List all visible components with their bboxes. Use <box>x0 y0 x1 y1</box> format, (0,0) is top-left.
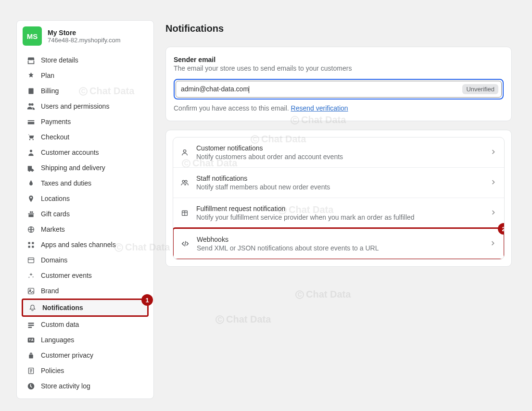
sender-email-card: Sender email The email your store uses t… <box>165 47 512 121</box>
row-title: Customer notifications <box>196 144 483 152</box>
sidebar-item-label: Markets <box>41 225 65 233</box>
sidebar-item-customer-privacy[interactable]: Customer privacy <box>22 348 149 363</box>
settings-nav: Store detailsPlanBillingUsers and permis… <box>17 50 153 394</box>
sidebar-item-label: Gift cards <box>41 210 70 218</box>
markets-icon <box>26 225 35 234</box>
chevron-right-icon <box>490 148 497 157</box>
sidebar-item-label: Taxes and duties <box>41 179 91 187</box>
sidebar-item-taxes-and-duties[interactable]: Taxes and duties <box>22 175 149 191</box>
package-icon <box>180 208 190 218</box>
chevron-right-icon <box>490 209 497 218</box>
sender-email-focus-ring: admin@chat-data.com Unverified <box>174 79 504 100</box>
sidebar-item-apps-and-sales-channels[interactable]: Apps and sales channels <box>22 237 149 252</box>
sender-email-label: Sender email <box>174 56 504 63</box>
svg-point-11 <box>182 180 185 183</box>
sidebar-item-label: Languages <box>41 336 74 344</box>
svg-rect-5 <box>28 258 34 262</box>
store-name: My Store <box>48 29 121 37</box>
row-title: Webhooks <box>197 236 482 243</box>
sidebar-item-label: Billing <box>41 87 59 95</box>
sidebar-item-notifications[interactable]: Notifications1 <box>22 299 149 317</box>
sidebar-item-label: Users and permissions <box>41 102 109 110</box>
activity-icon <box>26 382 35 390</box>
languages-icon <box>26 336 35 344</box>
sidebar-item-brand[interactable]: Brand <box>22 283 149 299</box>
locations-icon <box>26 194 35 203</box>
sidebar-item-payments[interactable]: Payments <box>22 114 149 129</box>
users-icon <box>26 102 35 111</box>
sidebar-item-locations[interactable]: Locations <box>22 191 149 206</box>
row-desc: Notify customers about order and account… <box>196 153 483 161</box>
privacy-icon <box>26 351 35 360</box>
notification-row-customer-notifications[interactable]: Customer notificationsNotify customers a… <box>173 137 504 168</box>
plan-icon <box>26 71 35 80</box>
sidebar-item-label: Brand <box>41 287 59 295</box>
sender-email-input[interactable]: admin@chat-data.com Unverified <box>176 81 502 98</box>
checkout-icon <box>26 133 35 141</box>
unverified-badge: Unverified <box>462 84 498 94</box>
sidebar-item-label: Policies <box>41 367 64 374</box>
confirm-text: Confirm you have access to this email. R… <box>174 104 504 112</box>
sidebar-item-label: Customer privacy <box>41 351 93 359</box>
notification-row-webhooks[interactable]: WebhooksSend XML or JSON notifications a… <box>173 227 505 260</box>
row-desc: Notify staff members about new order eve… <box>196 183 483 191</box>
gift-icon <box>26 210 35 218</box>
sidebar-item-domains[interactable]: Domains <box>22 252 149 268</box>
sender-email-value: admin@chat-data.com <box>181 85 249 93</box>
sidebar-item-customer-events[interactable]: Customer events <box>22 268 149 283</box>
svg-rect-6 <box>28 288 34 294</box>
sidebar-item-label: Customer accounts <box>41 149 99 156</box>
notifications-icon <box>28 303 37 312</box>
main-content: Notifications Sender email The email you… <box>165 20 512 267</box>
callout-badge: 2 <box>498 223 505 235</box>
brand-icon <box>26 286 35 295</box>
resend-verification-link[interactable]: Resend verification <box>291 104 348 112</box>
customer-icon <box>26 148 35 157</box>
store-header: MS My Store 746e48-82.myshopify.com <box>17 21 153 50</box>
person-icon <box>180 148 190 157</box>
sidebar-item-shipping-and-delivery[interactable]: Shipping and delivery <box>22 160 149 175</box>
row-desc: Notify your fulfillment service provider… <box>196 213 483 221</box>
notification-row-fulfillment-request-notification[interactable]: Fulfillment request notificationNotify y… <box>173 198 504 228</box>
svg-rect-2 <box>32 242 34 244</box>
billing-icon <box>26 87 35 95</box>
notification-row-staff-notifications[interactable]: Staff notificationsNotify staff members … <box>173 168 504 198</box>
row-title: Fulfillment request notification <box>196 205 483 212</box>
custom-icon <box>26 320 35 329</box>
svg-rect-3 <box>28 246 30 248</box>
svg-point-12 <box>185 180 187 183</box>
sidebar-item-custom-data[interactable]: Custom data <box>22 317 149 332</box>
sidebar-item-billing[interactable]: Billing <box>22 83 149 99</box>
sidebar-item-store-details[interactable]: Store details <box>22 52 149 68</box>
svg-rect-4 <box>32 246 34 248</box>
sidebar-item-label: Domains <box>41 256 67 264</box>
sidebar-item-label: Custom data <box>41 321 79 328</box>
sidebar-item-users-and-permissions[interactable]: Users and permissions <box>22 99 149 114</box>
sidebar-item-policies[interactable]: Policies <box>22 363 149 378</box>
chevron-right-icon <box>490 178 497 187</box>
sidebar-item-languages[interactable]: Languages <box>22 332 149 348</box>
sidebar-item-gift-cards[interactable]: Gift cards <box>22 206 149 222</box>
apps-icon <box>26 240 35 249</box>
policies-icon <box>26 366 35 375</box>
sidebar-item-store-activity-log[interactable]: Store activity log <box>22 378 149 394</box>
sidebar-item-label: Checkout <box>41 133 69 141</box>
sidebar-item-customer-accounts[interactable]: Customer accounts <box>22 145 149 160</box>
sidebar-item-label: Notifications <box>42 304 83 311</box>
settings-sidebar: MS My Store 746e48-82.myshopify.com Stor… <box>16 20 154 399</box>
sidebar-item-checkout[interactable]: Checkout <box>22 129 149 145</box>
store-domain: 746e48-82.myshopify.com <box>48 37 121 44</box>
sidebar-item-plan[interactable]: Plan <box>22 68 149 83</box>
sidebar-item-label: Store activity log <box>41 382 90 390</box>
store-icon <box>26 56 35 64</box>
sidebar-item-label: Locations <box>41 195 70 202</box>
sidebar-item-markets[interactable]: Markets <box>22 222 149 237</box>
sender-email-desc: The email your store uses to send emails… <box>174 64 504 72</box>
code-icon <box>180 239 190 249</box>
svg-rect-8 <box>27 337 34 342</box>
callout-badge: 1 <box>141 294 153 306</box>
row-desc: Send XML or JSON notifications about sto… <box>197 244 482 252</box>
domains-icon <box>26 256 35 264</box>
svg-rect-1 <box>28 242 30 244</box>
shipping-icon <box>26 163 35 172</box>
